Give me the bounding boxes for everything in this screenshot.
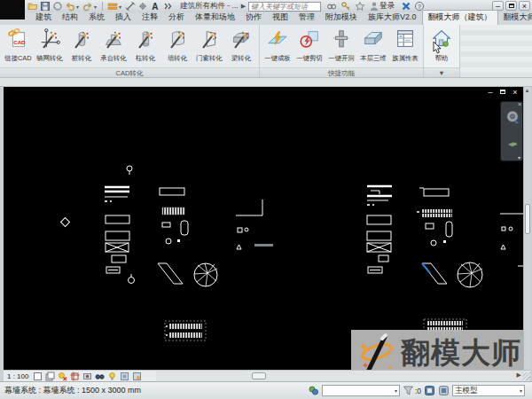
button-hole[interactable]: 一键开洞	[325, 26, 357, 63]
cut-icon	[298, 27, 321, 51]
button-grid-convert[interactable]: 轴网转化	[34, 26, 66, 63]
filter-control[interactable]: :0	[403, 385, 421, 396]
tab-7[interactable]: 体量和场地	[190, 11, 240, 25]
button-wall-convert[interactable]: 墙转化	[161, 26, 193, 63]
tab-12[interactable]: 族库大师V2.0	[363, 11, 422, 25]
tab-11[interactable]: 附加模块	[320, 11, 363, 25]
pan-cube-icon[interactable]	[504, 136, 521, 153]
scale-button[interactable]: 1 : 100	[7, 372, 28, 380]
button-label: 一键开洞	[328, 53, 354, 62]
editable-only-icon[interactable]	[424, 385, 435, 396]
mouse-cursor	[433, 41, 442, 54]
view-window-controls: – ×	[486, 88, 520, 97]
drawing-canvas[interactable]: – × × ▾ 翻模大师	[4, 87, 523, 370]
tab-5[interactable]: 注释	[137, 11, 163, 25]
ribbon-group-label: CAD转化	[0, 67, 259, 77]
search-input[interactable]	[248, 2, 321, 12]
title-expand-icon[interactable]: ▶	[241, 3, 246, 10]
ribbon-group-1: CAD链接CAD轴网转化桩转化承台转化柱转化墙转化门窗转化梁转化CAD转化	[0, 25, 260, 77]
cad-underlay-drawing	[4, 87, 523, 370]
navigation-bar[interactable]: × ▾	[500, 101, 523, 161]
scroll-up-icon[interactable]: ▲	[524, 87, 530, 94]
button-link-cad[interactable]: CAD链接CAD	[2, 26, 34, 63]
pile-convert-icon	[70, 27, 93, 51]
button-slab[interactable]: 一键成板	[262, 26, 293, 63]
watermark: 翻模大师	[351, 330, 523, 370]
vertical-scrollbar[interactable]: ▲	[523, 87, 530, 370]
active-workset-dropdown[interactable]: ▾	[322, 385, 400, 396]
grid-convert-icon	[38, 27, 61, 51]
steering-wheel-icon[interactable]	[504, 109, 521, 127]
hide-isolate-icon[interactable]	[95, 372, 105, 381]
resize-grip[interactable]	[522, 372, 530, 380]
horizontal-scroll-thumb[interactable]	[252, 372, 266, 379]
sun-path-icon[interactable]	[58, 372, 67, 381]
toolbar-divider	[102, 2, 103, 11]
filter-count: :0	[415, 387, 421, 395]
reveal-hidden-icon[interactable]	[107, 372, 117, 381]
slab-icon	[266, 27, 289, 51]
svg-text:CAD: CAD	[13, 40, 26, 45]
tab-1[interactable]: 建筑	[30, 11, 57, 25]
ribbon-empty-area	[460, 25, 532, 77]
tab-9[interactable]: 视图	[267, 11, 293, 25]
beam-convert-icon	[230, 27, 253, 51]
tab-10[interactable]: 管理	[293, 11, 320, 25]
vertical-scroll-thumb[interactable]	[525, 204, 530, 234]
pilecap-convert-icon	[102, 27, 125, 51]
filter-icon[interactable]	[403, 385, 414, 396]
button-label: 一键成板	[264, 53, 290, 62]
undo-caret-icon[interactable]: ▾	[76, 4, 81, 10]
show-crop-icon[interactable]	[82, 372, 92, 381]
window-controls: – ×	[492, 1, 530, 11]
tab-3[interactable]: 系统	[83, 11, 110, 25]
press-drag-icon[interactable]	[438, 385, 450, 396]
button-label: 族属性表	[392, 53, 418, 62]
button-floor3d[interactable]: 本层三维	[357, 26, 389, 63]
button-pile-convert[interactable]: 桩转化	[66, 26, 98, 63]
analysis-display-icon[interactable]	[132, 372, 142, 381]
design-option-dropdown[interactable]: 主模型▾	[452, 385, 525, 396]
tab-13[interactable]: 翻模大师（建筑）	[422, 10, 498, 25]
button-pilecap-convert[interactable]: 承台转化	[98, 26, 129, 63]
horizontal-scrollbar[interactable]: ▶	[156, 370, 530, 381]
button-beam-convert[interactable]: 梁转化	[225, 26, 257, 63]
worksets-icon[interactable]	[308, 385, 319, 396]
ribbon-group-label: ▼	[424, 67, 459, 77]
view-minimize-button[interactable]: –	[486, 88, 495, 97]
button-famtable[interactable]: 族属性表	[389, 26, 421, 63]
view-control-bar: 1 : 100	[4, 370, 156, 381]
worksharing-display-icon[interactable]	[120, 372, 129, 381]
redo-caret-icon[interactable]: ▾	[94, 4, 98, 10]
wall-convert-icon	[166, 27, 189, 51]
button-label: 承台转化	[100, 53, 126, 62]
navbar-options-caret[interactable]: ▾	[518, 154, 520, 160]
button-column-convert[interactable]: 柱转化	[129, 26, 161, 63]
measure-caret-icon[interactable]: ▾	[119, 4, 123, 10]
button-label: 帮助	[435, 53, 449, 62]
tab-14[interactable]: 翻模大师（机电）	[498, 11, 532, 25]
close-button[interactable]: ×	[519, 1, 530, 11]
tab-2[interactable]: 结构	[57, 11, 83, 25]
ribbon-tab-bar: 建筑结构系统插入注释分析体量和场地协作视图管理附加模块族库大师V2.0翻模大师（…	[0, 12, 532, 25]
navbar-close-icon[interactable]: ×	[518, 101, 521, 107]
button-cut[interactable]: 一键剪切	[293, 26, 325, 63]
scroll-right-icon[interactable]: ▶	[517, 372, 521, 379]
visual-style-icon[interactable]	[45, 372, 55, 381]
button-help-home[interactable]: 帮助	[426, 26, 458, 63]
tab-8[interactable]: 协作	[240, 11, 267, 25]
view-close-button[interactable]: ×	[511, 88, 520, 97]
detail-level-icon[interactable]	[33, 372, 43, 381]
watermark-text: 翻模大师	[401, 333, 521, 371]
options-bar	[0, 78, 532, 87]
restore-button[interactable]	[505, 1, 517, 11]
floor3d-icon	[362, 27, 385, 51]
application-menu-button[interactable]	[0, 0, 25, 20]
button-doorwindow-convert[interactable]: 门窗转化	[193, 26, 225, 63]
view-restore-button[interactable]	[498, 88, 507, 97]
tab-4[interactable]: 插入	[110, 11, 137, 25]
crop-view-icon[interactable]	[70, 372, 80, 381]
ribbon-group-2: 一键成板一键剪切一键开洞本层三维族属性表快捷功能	[260, 25, 424, 77]
tab-6[interactable]: 分析	[163, 11, 190, 25]
button-label: 墙转化	[168, 53, 187, 62]
